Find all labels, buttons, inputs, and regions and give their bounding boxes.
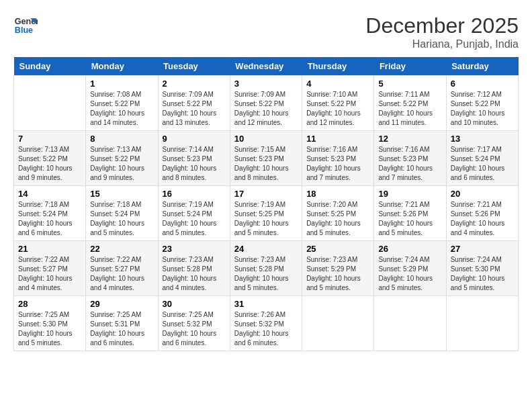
day-info: Sunrise: 7:24 AM Sunset: 5:29 PM Dayligh…: [378, 255, 441, 293]
day-info: Sunrise: 7:08 AM Sunset: 5:22 PM Dayligh…: [90, 90, 153, 128]
calendar-table: SundayMondayTuesdayWednesdayThursdayFrid…: [13, 57, 519, 351]
calendar-cell: 23Sunrise: 7:23 AM Sunset: 5:28 PM Dayli…: [158, 241, 230, 296]
day-number: 13: [451, 134, 514, 144]
day-number: 14: [18, 189, 81, 199]
calendar-cell: 24Sunrise: 7:23 AM Sunset: 5:28 PM Dayli…: [230, 241, 302, 296]
day-number: 12: [378, 134, 441, 144]
day-number: 17: [234, 189, 298, 199]
day-number: 31: [234, 299, 298, 309]
day-number: 19: [378, 189, 441, 199]
calendar-cell: 8Sunrise: 7:13 AM Sunset: 5:22 PM Daylig…: [86, 131, 158, 186]
calendar-cell: 30Sunrise: 7:25 AM Sunset: 5:32 PM Dayli…: [158, 296, 230, 351]
calendar-week-3: 14Sunrise: 7:18 AM Sunset: 5:24 PM Dayli…: [14, 186, 519, 241]
calendar-cell: 26Sunrise: 7:24 AM Sunset: 5:29 PM Dayli…: [374, 241, 446, 296]
calendar-week-2: 7Sunrise: 7:13 AM Sunset: 5:22 PM Daylig…: [14, 131, 519, 186]
calendar-cell: [302, 296, 374, 351]
day-info: Sunrise: 7:20 AM Sunset: 5:25 PM Dayligh…: [306, 200, 369, 238]
day-info: Sunrise: 7:21 AM Sunset: 5:26 PM Dayligh…: [378, 200, 441, 238]
weekday-wednesday: Wednesday: [230, 57, 302, 76]
day-info: Sunrise: 7:19 AM Sunset: 5:24 PM Dayligh…: [163, 200, 226, 238]
day-info: Sunrise: 7:23 AM Sunset: 5:28 PM Dayligh…: [163, 255, 226, 293]
calendar-cell: [14, 76, 86, 131]
weekday-saturday: Saturday: [446, 57, 518, 76]
day-info: Sunrise: 7:18 AM Sunset: 5:24 PM Dayligh…: [90, 200, 153, 238]
day-info: Sunrise: 7:16 AM Sunset: 5:23 PM Dayligh…: [306, 145, 369, 183]
calendar-cell: 3Sunrise: 7:09 AM Sunset: 5:22 PM Daylig…: [230, 76, 302, 131]
day-info: Sunrise: 7:23 AM Sunset: 5:28 PM Dayligh…: [234, 255, 298, 293]
calendar-cell: 21Sunrise: 7:22 AM Sunset: 5:27 PM Dayli…: [14, 241, 86, 296]
calendar-cell: 4Sunrise: 7:10 AM Sunset: 5:22 PM Daylig…: [302, 76, 374, 131]
calendar-cell: 5Sunrise: 7:11 AM Sunset: 5:22 PM Daylig…: [374, 76, 446, 131]
calendar-cell: 12Sunrise: 7:16 AM Sunset: 5:23 PM Dayli…: [374, 131, 446, 186]
day-info: Sunrise: 7:18 AM Sunset: 5:24 PM Dayligh…: [18, 200, 81, 238]
day-number: 8: [90, 134, 153, 144]
day-number: 1: [90, 79, 153, 89]
weekday-tuesday: Tuesday: [158, 57, 230, 76]
day-number: 29: [90, 299, 153, 309]
day-number: 25: [306, 244, 369, 254]
day-info: Sunrise: 7:15 AM Sunset: 5:23 PM Dayligh…: [234, 145, 298, 183]
day-number: 20: [451, 189, 514, 199]
day-number: 22: [90, 244, 153, 254]
day-number: 23: [163, 244, 226, 254]
weekday-sunday: Sunday: [14, 57, 86, 76]
calendar-cell: 17Sunrise: 7:19 AM Sunset: 5:25 PM Dayli…: [230, 186, 302, 241]
month-title: December 2025: [365, 13, 519, 38]
calendar-cell: [374, 296, 446, 351]
page-header: General Blue December 2025 Hariana, Punj…: [13, 13, 519, 50]
day-info: Sunrise: 7:12 AM Sunset: 5:22 PM Dayligh…: [451, 90, 514, 128]
day-info: Sunrise: 7:23 AM Sunset: 5:29 PM Dayligh…: [306, 255, 369, 293]
calendar-cell: 13Sunrise: 7:17 AM Sunset: 5:24 PM Dayli…: [446, 131, 518, 186]
day-number: 4: [306, 79, 369, 89]
calendar-cell: 19Sunrise: 7:21 AM Sunset: 5:26 PM Dayli…: [374, 186, 446, 241]
calendar-cell: 20Sunrise: 7:21 AM Sunset: 5:26 PM Dayli…: [446, 186, 518, 241]
day-info: Sunrise: 7:25 AM Sunset: 5:31 PM Dayligh…: [90, 310, 153, 348]
day-info: Sunrise: 7:21 AM Sunset: 5:26 PM Dayligh…: [451, 200, 514, 238]
day-number: 16: [163, 189, 226, 199]
day-info: Sunrise: 7:10 AM Sunset: 5:22 PM Dayligh…: [306, 90, 369, 128]
day-number: 2: [163, 79, 226, 89]
day-number: 3: [234, 79, 298, 89]
day-number: 24: [234, 244, 298, 254]
day-info: Sunrise: 7:25 AM Sunset: 5:32 PM Dayligh…: [163, 310, 226, 348]
day-number: 30: [163, 299, 226, 309]
calendar-week-5: 28Sunrise: 7:25 AM Sunset: 5:30 PM Dayli…: [14, 296, 519, 351]
day-info: Sunrise: 7:16 AM Sunset: 5:23 PM Dayligh…: [378, 145, 441, 183]
title-block: December 2025 Hariana, Punjab, India: [365, 13, 519, 50]
calendar-cell: 11Sunrise: 7:16 AM Sunset: 5:23 PM Dayli…: [302, 131, 374, 186]
calendar-body: 1Sunrise: 7:08 AM Sunset: 5:22 PM Daylig…: [14, 76, 519, 351]
calendar-week-1: 1Sunrise: 7:08 AM Sunset: 5:22 PM Daylig…: [14, 76, 519, 131]
calendar-cell: 29Sunrise: 7:25 AM Sunset: 5:31 PM Dayli…: [86, 296, 158, 351]
day-info: Sunrise: 7:22 AM Sunset: 5:27 PM Dayligh…: [18, 255, 81, 293]
calendar-cell: 22Sunrise: 7:22 AM Sunset: 5:27 PM Dayli…: [86, 241, 158, 296]
calendar-cell: 1Sunrise: 7:08 AM Sunset: 5:22 PM Daylig…: [86, 76, 158, 131]
day-info: Sunrise: 7:13 AM Sunset: 5:22 PM Dayligh…: [90, 145, 153, 183]
day-info: Sunrise: 7:22 AM Sunset: 5:27 PM Dayligh…: [90, 255, 153, 293]
day-number: 7: [18, 134, 81, 144]
weekday-friday: Friday: [374, 57, 446, 76]
weekday-thursday: Thursday: [302, 57, 374, 76]
calendar-cell: 18Sunrise: 7:20 AM Sunset: 5:25 PM Dayli…: [302, 186, 374, 241]
calendar-cell: 15Sunrise: 7:18 AM Sunset: 5:24 PM Dayli…: [86, 186, 158, 241]
day-number: 15: [90, 189, 153, 199]
day-number: 21: [18, 244, 81, 254]
calendar-cell: 16Sunrise: 7:19 AM Sunset: 5:24 PM Dayli…: [158, 186, 230, 241]
calendar-cell: 27Sunrise: 7:24 AM Sunset: 5:30 PM Dayli…: [446, 241, 518, 296]
logo: General Blue: [13, 13, 38, 38]
calendar-cell: 14Sunrise: 7:18 AM Sunset: 5:24 PM Dayli…: [14, 186, 86, 241]
day-info: Sunrise: 7:17 AM Sunset: 5:24 PM Dayligh…: [451, 145, 514, 183]
day-number: 28: [18, 299, 81, 309]
calendar-cell: 9Sunrise: 7:14 AM Sunset: 5:23 PM Daylig…: [158, 131, 230, 186]
weekday-header-row: SundayMondayTuesdayWednesdayThursdayFrid…: [14, 57, 519, 76]
location: Hariana, Punjab, India: [365, 38, 519, 50]
day-number: 26: [378, 244, 441, 254]
day-info: Sunrise: 7:11 AM Sunset: 5:22 PM Dayligh…: [378, 90, 441, 128]
day-info: Sunrise: 7:25 AM Sunset: 5:30 PM Dayligh…: [18, 310, 81, 348]
weekday-monday: Monday: [86, 57, 158, 76]
calendar-cell: 7Sunrise: 7:13 AM Sunset: 5:22 PM Daylig…: [14, 131, 86, 186]
day-number: 10: [234, 134, 298, 144]
day-number: 6: [451, 79, 514, 89]
day-info: Sunrise: 7:13 AM Sunset: 5:22 PM Dayligh…: [18, 145, 81, 183]
logo-icon: General Blue: [13, 13, 38, 38]
day-number: 18: [306, 189, 369, 199]
